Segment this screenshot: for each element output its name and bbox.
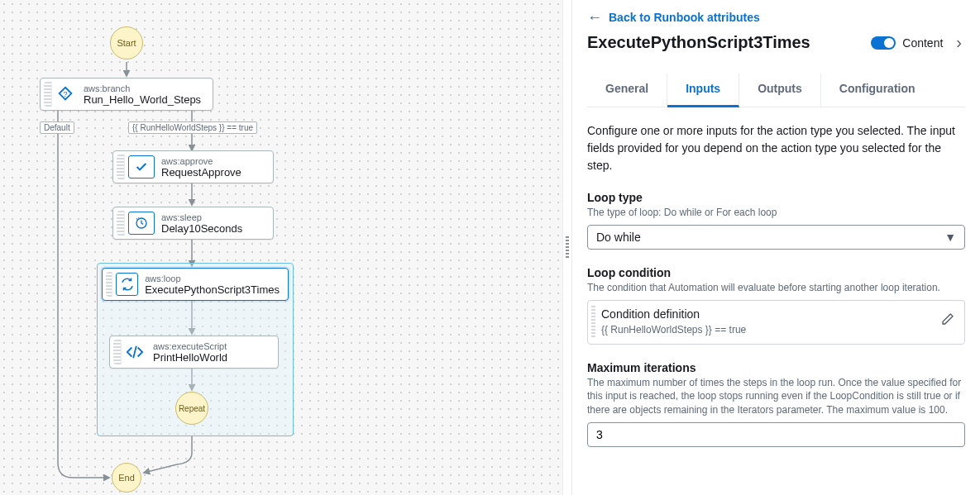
loop-icon xyxy=(116,273,138,296)
script-icon xyxy=(122,336,148,368)
sleep-icon xyxy=(128,212,155,235)
step-name: PrintHelloWorld xyxy=(153,351,227,364)
repeat-node[interactable]: Repeat xyxy=(175,392,208,425)
condition-box-title: Condition definition xyxy=(601,307,933,321)
approve-icon xyxy=(128,155,155,178)
step-type: aws:branch xyxy=(84,83,201,93)
edit-condition-button[interactable] xyxy=(941,307,954,328)
step-approve[interactable]: aws:approve RequestApprove xyxy=(112,150,274,183)
start-node[interactable]: Start xyxy=(110,26,143,59)
step-name: Delay10Seconds xyxy=(161,222,242,235)
workflow-canvas[interactable]: Start ? aws:branch Run_Hello_World_Steps… xyxy=(0,0,562,495)
condition-expression: {{ RunHelloWorldSteps }} == true xyxy=(601,324,933,336)
tab-inputs[interactable]: Inputs xyxy=(667,74,739,107)
grip-icon xyxy=(566,236,569,259)
step-type: aws:executeScript xyxy=(153,341,227,351)
expand-panel-button[interactable]: › xyxy=(953,33,965,52)
edge-label-condition: {{ RunHelloWorldSteps }} == true xyxy=(128,121,257,134)
step-type: aws:approve xyxy=(161,156,241,166)
repeat-label: Repeat xyxy=(179,404,205,413)
details-panel: ← Back to Runbook attributes ExecutePyth… xyxy=(572,0,980,495)
tab-configuration[interactable]: Configuration xyxy=(821,74,934,107)
drag-handle[interactable] xyxy=(113,340,122,364)
svg-line-7 xyxy=(133,346,136,359)
step-script[interactable]: aws:executeScript PrintHelloWorld xyxy=(109,336,279,369)
loop-type-value: Do while xyxy=(596,231,641,244)
content-toggle[interactable]: Content xyxy=(871,36,943,50)
drag-handle[interactable] xyxy=(106,272,112,297)
step-name: Run_Hello_World_Steps xyxy=(84,93,201,106)
step-sleep[interactable]: aws:sleep Delay10Seconds xyxy=(112,207,274,240)
max-iterations-input[interactable] xyxy=(587,422,965,447)
caret-down-icon: ▼ xyxy=(944,231,956,244)
inputs-description: Configure one or more inputs for the act… xyxy=(587,122,965,174)
step-branch[interactable]: ? aws:branch Run_Hello_World_Steps xyxy=(40,78,213,111)
back-link[interactable]: ← Back to Runbook attributes xyxy=(587,7,965,33)
end-label: End xyxy=(118,473,135,483)
step-type: aws:sleep xyxy=(161,212,242,222)
step-name: ExecutePythonScript3Times xyxy=(145,283,280,296)
arrow-left-icon: ← xyxy=(587,10,602,25)
step-name: RequestApprove xyxy=(161,166,241,178)
loop-type-hint: The type of loop: Do while or For each l… xyxy=(587,206,965,220)
loop-type-label: Loop type xyxy=(587,191,965,204)
drag-handle[interactable] xyxy=(44,82,52,107)
chevron-right-icon: › xyxy=(956,33,962,51)
loop-condition-hint: The condition that Automation will evalu… xyxy=(587,281,965,295)
drag-handle[interactable] xyxy=(117,211,125,236)
tabs: General Inputs Outputs Configuration xyxy=(587,74,965,107)
content-toggle-label: Content xyxy=(902,36,943,50)
end-node[interactable]: End xyxy=(112,463,141,493)
panel-title: ExecutePythonScript3Times xyxy=(587,33,861,52)
branch-icon: ? xyxy=(52,79,79,110)
max-iterations-label: Maximum iterations xyxy=(587,361,965,374)
max-iterations-hint: The maximum number of times the steps in… xyxy=(587,376,965,417)
toggle-switch-icon xyxy=(871,36,896,50)
pencil-icon xyxy=(941,312,954,326)
loop-condition-label: Loop condition xyxy=(587,266,965,279)
back-link-label: Back to Runbook attributes xyxy=(609,11,760,24)
edge-label-default: Default xyxy=(40,121,74,134)
start-label: Start xyxy=(117,38,136,48)
grip-icon xyxy=(591,306,595,339)
tab-general[interactable]: General xyxy=(587,74,667,107)
condition-definition-box[interactable]: Condition definition {{ RunHelloWorldSte… xyxy=(587,300,965,345)
drag-handle[interactable] xyxy=(117,155,125,179)
step-loop[interactable]: aws:loop ExecutePythonScript3Times xyxy=(102,268,289,301)
panel-resize-handle[interactable] xyxy=(562,0,572,495)
step-type: aws:loop xyxy=(145,274,280,283)
tab-outputs[interactable]: Outputs xyxy=(739,74,821,107)
svg-text:?: ? xyxy=(63,90,67,98)
loop-type-select[interactable]: Do while ▼ xyxy=(587,225,965,250)
